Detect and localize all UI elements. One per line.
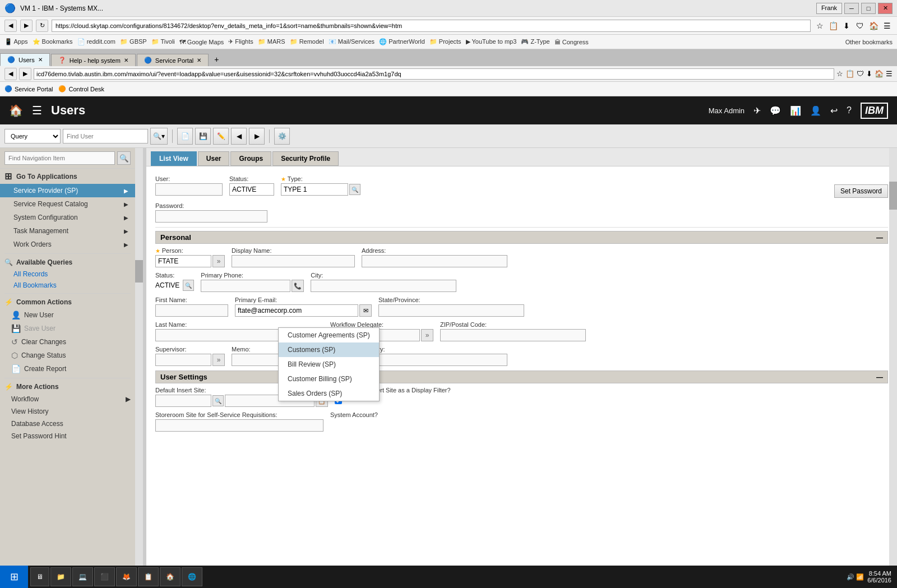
taskbar-item-3[interactable]: 💻 [72,567,93,586]
bookmark-gbsp[interactable]: 📁 GBSP [120,38,147,45]
maximize-button[interactable]: □ [861,3,876,14]
sp-bar-item-service-portal[interactable]: 🔵 Service Portal [4,85,53,92]
personal-collapse-btn[interactable]: — [876,234,883,242]
download-icon[interactable]: ⬇ [841,20,852,31]
tab-list-view[interactable]: List View [151,151,197,166]
supervisor-goto-button[interactable]: » [212,354,225,366]
user-input[interactable] [155,183,223,196]
taskbar-item-7[interactable]: 🏠 [160,567,181,586]
supervisor-input[interactable] [155,354,211,366]
next-button[interactable]: ▶ [249,128,265,145]
dropdown-item-customer-agreements[interactable]: Customer Agreements (SP) [279,328,379,342]
action-workflow[interactable]: Workflow ▶ [0,393,135,405]
chat-icon[interactable]: 💬 [770,105,781,116]
minimize-button[interactable]: ─ [844,3,859,14]
state-input[interactable] [378,304,524,317]
action-save-user[interactable]: 💾 Save User [0,322,135,335]
addr2-back-button[interactable]: ◀ [4,68,17,80]
sidebar-goto-apps-heading[interactable]: ⊞ Go To Applications [0,169,135,184]
tab-users[interactable]: 🔵 Users ✕ [0,53,50,66]
query-all-records[interactable]: All Records [0,268,135,280]
edit-button[interactable]: ✏️ [213,128,229,145]
tab-user[interactable]: User [198,151,230,166]
bookmark-reddit[interactable]: 📄 reddit.com [77,38,115,45]
personal-section-header[interactable]: Personal — [155,231,888,244]
set-password-button[interactable]: Set Password [834,184,888,198]
home-icon[interactable]: 🏠 [868,20,879,31]
addr2-forward-button[interactable]: ▶ [19,68,31,80]
wf-delegate-goto-button[interactable]: » [421,329,433,341]
home-icon[interactable]: 🏠 [9,104,23,117]
reload-button[interactable]: ↻ [36,20,48,32]
new-tab-button[interactable]: + [210,53,223,66]
common-actions-heading[interactable]: ⚡ Common Actions [0,296,135,308]
bookmark-partner[interactable]: 🌐 PartnerWorld [379,38,425,45]
bookmark-other[interactable]: Other bookmarks [845,39,893,45]
more-actions-heading[interactable]: ⚡ More Actions [0,381,135,393]
addr2-shield-icon[interactable]: 🛡 [857,70,864,78]
addr2-bookmark-icon[interactable]: 📋 [845,70,854,78]
pers-status-lookup[interactable]: 🔍 [183,280,194,291]
dropdown-item-customer-billing[interactable]: Customer Billing (SP) [279,372,379,386]
star-icon[interactable]: ☆ [814,20,825,31]
chart-icon[interactable]: 📊 [790,105,801,116]
action-set-password-hint[interactable]: Set Password Hint [0,430,135,442]
bookmark-mars[interactable]: 📁 MARS [258,38,285,45]
bookmark-googlemaps[interactable]: 🗺 Google Maps [179,39,224,45]
url-bar[interactable] [52,20,811,32]
type-lookup-button[interactable]: 🔍 [349,184,360,195]
tab-security-profile[interactable]: Security Profile [272,151,339,166]
action-database-access[interactable]: Database Access [0,418,135,430]
bookmark-flights[interactable]: ✈ Flights [228,38,253,45]
first-name-input[interactable] [155,304,228,317]
dropdown-item-customers[interactable]: Customers (SP) [279,342,379,357]
primary-email-input[interactable] [235,304,358,317]
sidebar-search-button[interactable]: 🔍 [117,151,131,165]
person-icon[interactable]: 👤 [810,105,821,116]
query-all-bookmarks[interactable]: All Bookmarks [0,280,135,291]
bookmark-mail[interactable]: 📧 Mail/Services [329,38,374,45]
tab-help[interactable]: ❓ Help - help system ✕ [51,54,136,66]
content-scrollbar[interactable] [889,148,897,588]
taskbar-item-2[interactable]: 📁 [50,567,71,586]
addr2-url-bar[interactable] [34,68,834,80]
action-create-report[interactable]: 📄 Create Report [0,362,135,376]
status-input[interactable] [229,183,274,196]
find-user-input[interactable] [63,129,148,143]
bookmark-youtube[interactable]: ▶ YouTube to mp3 [466,38,517,45]
type-input[interactable] [281,183,348,196]
taskbar-item-8[interactable]: 🌐 [182,567,202,586]
sidebar-item-service-provider[interactable]: Service Provider (SP) ▶ [0,184,135,197]
bookmark-tivoli[interactable]: 📁 Tivoli [151,38,175,45]
addr2-menu-icon[interactable]: ☰ [886,70,893,78]
taskbar-item-5[interactable]: 🦊 [116,567,137,586]
bookmark-ztype[interactable]: 🎮 Z-Type [521,38,549,45]
sidebar-item-task-mgmt[interactable]: Task Management ▶ [0,224,135,238]
dropdown-item-sales-orders[interactable]: Sales Orders (SP) [279,386,379,401]
available-queries-heading[interactable]: 🔍 Available Queries [0,256,135,268]
action-clear-changes[interactable]: ↺ Clear Changes [0,335,135,349]
bookmark-projects[interactable]: 📁 Projects [429,38,461,45]
sidebar-search-input[interactable] [4,151,115,165]
taskbar-start-button[interactable]: ⊞ [0,566,28,588]
forward-button[interactable]: ▶ [20,20,33,32]
action-new-user[interactable]: 👤 New User [0,308,135,322]
person-goto-button[interactable]: » [212,255,225,267]
action-view-history[interactable]: View History [0,405,135,418]
default-insert-site-input[interactable] [155,395,211,407]
back-button[interactable]: ◀ [4,20,17,32]
tab-service-portal[interactable]: 🔵 Service Portal ✕ [137,54,209,66]
display-name-input[interactable] [232,255,355,267]
tab-service-portal-close[interactable]: ✕ [197,57,201,63]
bookmark-icon[interactable]: 📋 [827,20,839,31]
addr2-home-icon[interactable]: 🏠 [875,70,884,78]
password-input[interactable] [155,210,267,223]
tab-users-close[interactable]: ✕ [38,57,43,63]
new-record-button[interactable]: 📄 [177,128,193,145]
send-icon[interactable]: ✈ [753,105,761,116]
user-settings-collapse-btn[interactable]: — [876,373,883,381]
sp-bar-item-control-desk[interactable]: 🟠 Control Desk [58,85,104,92]
hamburger-menu-icon[interactable]: ☰ [32,104,42,117]
save-button[interactable]: 💾 [195,128,211,145]
tab-help-close[interactable]: ✕ [124,57,128,63]
